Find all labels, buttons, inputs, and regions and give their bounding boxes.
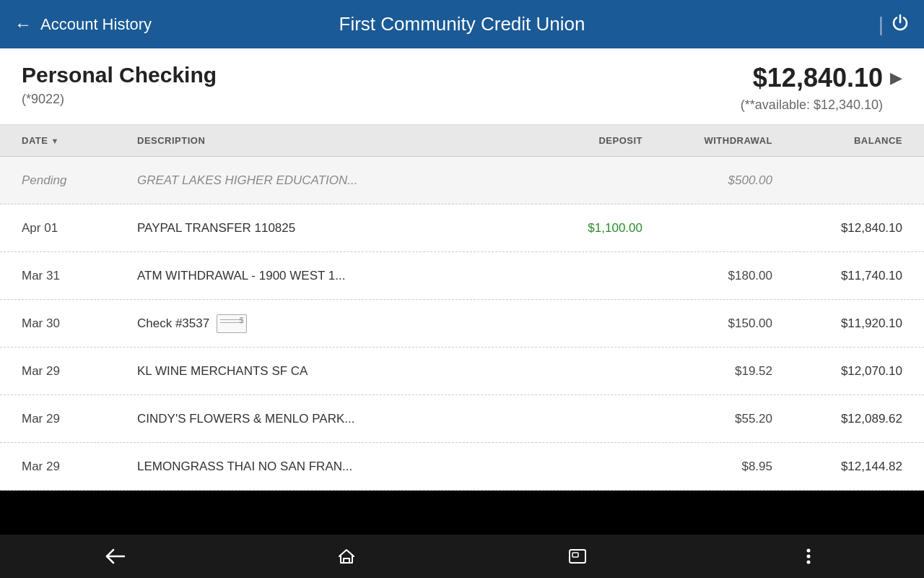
cell-withdrawal: $8.95 — [642, 460, 772, 474]
cell-withdrawal: $500.00 — [642, 173, 772, 188]
account-history-title: Account History — [40, 15, 152, 34]
cell-description: ATM WITHDRAWAL - 1900 WEST 1... — [137, 269, 527, 283]
cell-withdrawal: $150.00 — [642, 316, 772, 331]
cell-withdrawal: $19.52 — [642, 364, 772, 379]
table-header: DATE ▼ DESCRIPTION DEPOSIT WITHDRAWAL BA… — [0, 125, 924, 157]
col-balance: BALANCE — [772, 135, 902, 146]
account-section: Personal Checking (*9022) $12,840.10 (**… — [0, 48, 924, 125]
svg-point-4 — [807, 555, 811, 558]
account-balance-text: $12,840.10 (**available: $12,340.10) — [741, 63, 883, 113]
cell-date: Mar 29 — [22, 412, 137, 426]
svg-rect-2 — [572, 553, 578, 557]
cell-balance: $12,144.82 — [772, 460, 902, 474]
bottom-nav — [0, 535, 924, 578]
cell-balance: $12,089.62 — [772, 412, 902, 426]
cell-description: PAYPAL TRANSFER 110825 — [137, 221, 527, 236]
cell-description: GREAT LAKES HIGHER EDUCATION... — [137, 173, 527, 188]
cell-date: Mar 30 — [22, 316, 137, 331]
back-button[interactable]: ← — [14, 14, 32, 35]
check-image-icon[interactable] — [217, 314, 247, 333]
cell-deposit: $1,100.00 — [527, 221, 642, 236]
cell-description: KL WINE MERCHANTS SF CA — [137, 364, 527, 379]
cell-balance: $11,920.10 — [772, 316, 902, 331]
account-available: (**available: $12,340.10) — [741, 98, 883, 113]
cell-withdrawal: $55.20 — [642, 412, 772, 426]
cell-withdrawal: $180.00 — [642, 269, 772, 283]
header-divider: | — [879, 13, 884, 36]
sort-arrow-icon: ▼ — [51, 137, 58, 145]
cell-description: Check #3537 — [137, 314, 527, 333]
cell-description: CINDY'S FLOWERS & MENLO PARK... — [137, 412, 527, 426]
col-deposit: DEPOSIT — [527, 135, 642, 146]
table-row[interactable]: Mar 31ATM WITHDRAWAL - 1900 WEST 1...$18… — [0, 252, 924, 300]
recents-nav-button[interactable] — [559, 542, 596, 571]
account-balance: $12,840.10 — [741, 63, 883, 93]
table-row[interactable]: Mar 29LEMONGRASS THAI NO SAN FRAN...$8.9… — [0, 443, 924, 491]
table-row[interactable]: Mar 29KL WINE MERCHANTS SF CA$19.52$12,0… — [0, 348, 924, 395]
table-body: PendingGREAT LAKES HIGHER EDUCATION...$5… — [0, 157, 924, 491]
svg-rect-0 — [344, 558, 349, 563]
cell-date: Mar 29 — [22, 460, 137, 474]
header-right: | — [879, 13, 910, 36]
account-info: Personal Checking (*9022) — [22, 63, 217, 107]
table-row[interactable]: PendingGREAT LAKES HIGHER EDUCATION...$5… — [0, 157, 924, 204]
table-row[interactable]: Mar 29CINDY'S FLOWERS & MENLO PARK...$55… — [0, 395, 924, 443]
account-balance-section: $12,840.10 (**available: $12,340.10) ▶ — [741, 63, 902, 113]
cell-date: Mar 29 — [22, 364, 137, 379]
col-withdrawal: WITHDRAWAL — [642, 135, 772, 146]
back-nav-button[interactable] — [97, 542, 134, 571]
cell-date: Mar 31 — [22, 269, 137, 283]
menu-nav-button[interactable] — [790, 542, 827, 571]
header: ← Account History First Community Credit… — [0, 0, 924, 48]
table-row[interactable]: Apr 01PAYPAL TRANSFER 110825$1,100.00$12… — [0, 204, 924, 252]
home-nav-button[interactable] — [328, 542, 365, 571]
header-left: ← Account History — [14, 14, 152, 35]
chevron-right-icon[interactable]: ▶ — [890, 69, 902, 87]
svg-point-3 — [807, 549, 811, 553]
cell-description: LEMONGRASS THAI NO SAN FRAN... — [137, 460, 527, 474]
power-button[interactable] — [891, 13, 910, 36]
cell-balance: $12,840.10 — [772, 221, 902, 236]
account-number: (*9022) — [22, 92, 217, 107]
app-title: First Community Credit Union — [339, 13, 585, 35]
cell-balance: $12,070.10 — [772, 364, 902, 379]
col-description: DESCRIPTION — [137, 135, 527, 146]
col-date[interactable]: DATE ▼ — [22, 135, 137, 146]
cell-date: Apr 01 — [22, 221, 137, 236]
svg-point-5 — [807, 561, 811, 564]
cell-balance: $11,740.10 — [772, 269, 902, 283]
cell-date: Pending — [22, 173, 137, 188]
table-row[interactable]: Mar 30Check #3537$150.00$11,920.10 — [0, 300, 924, 348]
account-name: Personal Checking — [22, 63, 217, 87]
